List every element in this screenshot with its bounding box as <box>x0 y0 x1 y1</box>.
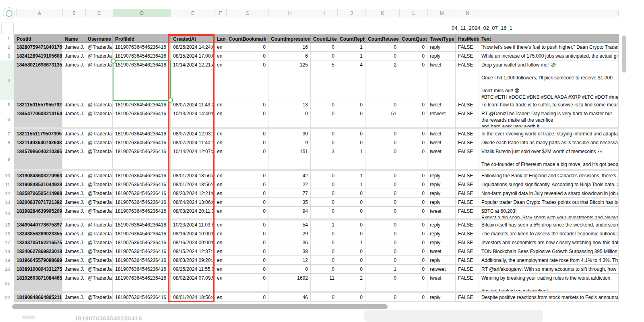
cell-countReply[interactable]: 4 <box>337 60 365 100</box>
cell-hasMedia[interactable]: FALSE <box>456 274 479 293</box>
cell-createdAt[interactable]: 10/14/2024 12:07:35 <box>171 147 215 171</box>
cell-text[interactable]: Popular trader Daan Crypto Trades points… <box>479 198 619 207</box>
cell-countLike[interactable]: 0 <box>311 171 337 180</box>
cell-tweetType[interactable]: tweet <box>427 147 456 171</box>
cell-profileId[interactable]: 1819076364546236416 <box>113 238 171 247</box>
cell-postId[interactable]: 1821149364070260839 <box>14 138 62 147</box>
cell-username[interactable]: @TraderJamesJ <box>85 220 113 229</box>
cell-username[interactable]: @TraderJamesJ <box>85 238 113 247</box>
column-header-H[interactable]: H <box>269 9 311 17</box>
cell-countReply[interactable]: 0 <box>337 138 365 147</box>
cell-postId[interactable]: 1849044077867589754 <box>14 220 62 229</box>
column-header-K[interactable]: K <box>366 9 400 17</box>
cell-countLike[interactable]: 0 <box>311 238 337 247</box>
cell-countRetweet[interactable]: 0 <box>365 43 399 52</box>
cell-tweetType[interactable]: tweet <box>427 274 456 293</box>
cell-text[interactable]: Winning by breaking your trading rules i… <box>479 274 619 293</box>
cell-countImpression[interactable]: 35 <box>268 198 311 207</box>
cell-countBookmark[interactable]: 0 <box>226 60 268 100</box>
cell-postId[interactable]: 1845802169867313536 <box>14 60 62 100</box>
cell-text[interactable]: Despite positive reactions from stock ma… <box>479 293 619 302</box>
cell-countQuote[interactable]: 0 <box>399 109 427 129</box>
cell-hasMedia[interactable]: FALSE <box>456 265 479 274</box>
column-header-C[interactable]: C <box>86 9 113 17</box>
row-number-6[interactable]: 6 <box>0 109 14 129</box>
cell-countQuote[interactable]: 0 <box>399 180 427 189</box>
cell-postId[interactable]: 1821155117950730564 <box>14 129 62 138</box>
cell-countQuote[interactable]: 0 <box>399 293 427 302</box>
row-number-10[interactable]: 10 <box>0 171 14 180</box>
column-header-trailing[interactable] <box>479 9 618 17</box>
cell-createdAt[interactable]: 08/26/2024 14:24:04 <box>171 43 215 52</box>
cell-username[interactable]: @TraderJamesJ <box>85 265 113 274</box>
cell-countReply[interactable]: 2 <box>337 274 365 293</box>
cell-countReply[interactable]: 0 <box>337 129 365 138</box>
cell-username[interactable]: @TraderJamesJ <box>85 109 113 129</box>
cell-countLike[interactable]: 3 <box>311 147 337 171</box>
cell-countImpression[interactable]: 13 <box>268 100 311 109</box>
cell-lang[interactable]: en <box>215 229 226 238</box>
cell-countLike[interactable]: 0 <box>311 207 337 220</box>
cell-countQuote[interactable]: 0 <box>399 60 427 100</box>
cell-postId[interactable]: 1824062786982301812 <box>14 247 62 256</box>
cell-text[interactable]: Additionally, the unemployment rate rose… <box>479 256 619 265</box>
row-number-9[interactable]: 9 <box>0 147 14 171</box>
cell-tweetType[interactable]: tweet <box>427 247 456 256</box>
cell-countImpression[interactable]: 22 <box>268 180 311 189</box>
cell-tweetType[interactable]: tweet <box>427 207 456 220</box>
header-cell-lang[interactable]: Lang <box>215 34 226 43</box>
cell-tweetType[interactable]: reply <box>427 52 456 60</box>
cell-tweetType[interactable]: reply <box>427 220 456 229</box>
cell-countRetweet[interactable]: 1 <box>365 265 399 274</box>
row-number-15[interactable]: 15 <box>0 220 14 229</box>
cell-text[interactable]: While an increase of 175,000 jobs was an… <box>479 52 619 60</box>
cell-profileId[interactable]: 1819076364546236416 <box>113 207 171 220</box>
cell-tweetType[interactable]: reply <box>427 256 456 265</box>
header-cell-name[interactable]: Name <box>62 34 85 43</box>
cell-name[interactable]: James J. <box>62 129 85 138</box>
cell-countReply[interactable]: 0 <box>337 100 365 109</box>
cell-name[interactable]: James J. <box>62 207 85 220</box>
cell-createdAt[interactable]: 08/01/2024 18:56:43 <box>171 293 215 302</box>
table-select-handle[interactable] <box>3 7 15 19</box>
cell-lang[interactable]: en <box>215 129 226 138</box>
cell-countRetweet[interactable]: 0 <box>365 180 399 189</box>
cell-lang[interactable]: en <box>215 274 226 293</box>
cell-countQuote[interactable]: 0 <box>399 256 427 265</box>
cell-tweetType[interactable]: tweet <box>427 129 456 138</box>
cell-createdAt[interactable]: 08/03/2024 20:11:31 <box>171 207 215 220</box>
cell-username[interactable]: @TraderJamesJ <box>85 207 113 220</box>
cell-tweetType[interactable]: reply <box>427 198 456 207</box>
cell-createdAt[interactable]: 08/16/2024 09:00:00 <box>171 238 215 247</box>
cell-hasMedia[interactable]: FALSE <box>456 207 479 220</box>
cell-countLike[interactable]: 0 <box>311 138 337 147</box>
cell-countBookmark[interactable]: 0 <box>226 43 268 52</box>
cell-profileId[interactable]: 1819076364546236416 <box>113 171 171 180</box>
cell-createdAt[interactable]: 08/16/2024 10:00:03 <box>171 229 215 238</box>
header-cell-countLike[interactable]: CountLike <box>311 34 337 43</box>
cell-countRetweet[interactable]: 0 <box>365 198 399 207</box>
cell-name[interactable]: James J. <box>62 265 85 274</box>
column-letter-bar[interactable]: ABCDEFGHIJKLMN <box>16 9 619 17</box>
cell-tweetType[interactable]: reply <box>427 293 456 302</box>
cell-lang[interactable]: en <box>215 100 226 109</box>
cell-text[interactable]: $BTC at 60,203! Expect a dip soon. Stay … <box>479 207 619 220</box>
cell-countImpression[interactable]: 42 <box>268 171 311 180</box>
cell-countRetweet[interactable]: 0 <box>365 220 399 229</box>
cell-username[interactable]: @TraderJamesJ <box>85 229 113 238</box>
cell-createdAt[interactable]: 08/03/2024 09:20:12 <box>171 256 215 265</box>
row-number-5[interactable]: 5 <box>0 100 14 109</box>
cell-lang[interactable]: en <box>215 109 226 129</box>
cell-username[interactable]: @TraderJamesJ <box>85 171 113 180</box>
cell-countLike[interactable]: 0 <box>311 256 337 265</box>
cell-countBookmark[interactable]: 0 <box>226 274 268 293</box>
cell-countBookmark[interactable]: 0 <box>226 198 268 207</box>
row-number-17[interactable]: 17 <box>0 238 14 247</box>
cell-countLike[interactable]: 0 <box>311 52 337 60</box>
cell-countReply[interactable]: 0 <box>337 256 365 265</box>
cell-name[interactable]: James J. <box>62 274 85 293</box>
cell-profileId[interactable]: 1819076364546236416 <box>113 138 171 147</box>
cell-lang[interactable]: en <box>215 247 226 256</box>
cell-countReply[interactable]: 0 <box>337 293 365 302</box>
cell-countQuote[interactable]: 0 <box>399 189 427 198</box>
